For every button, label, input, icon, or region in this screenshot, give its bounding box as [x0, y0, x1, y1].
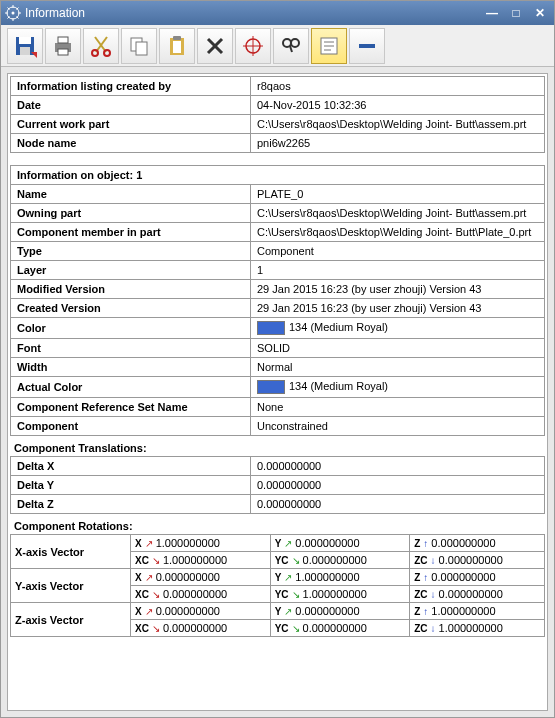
table-row: Created Version29 Jan 2015 16:23 (by use…	[11, 299, 545, 318]
row-label: Delta Z	[11, 495, 251, 514]
cut-button[interactable]	[83, 28, 119, 64]
translations-table: Delta X0.000000000Delta Y0.000000000Delt…	[10, 456, 545, 514]
gear-icon	[5, 5, 21, 21]
vector-cell: XC↘0.000000000	[131, 586, 271, 603]
table-row: Component member in partC:\Users\r8qaos\…	[11, 223, 545, 242]
vector-cell: YC↘0.000000000	[270, 620, 410, 637]
vector-cell: X↗0.000000000	[131, 603, 271, 620]
object-info-table: Information on object: 1NamePLATE_0Ownin…	[10, 165, 545, 436]
table-row: Color134 (Medium Royal)	[11, 318, 545, 339]
row-value: C:\Users\r8qaos\Desktop\Welding Joint- B…	[251, 204, 545, 223]
svg-line-33	[290, 46, 292, 52]
row-value: 29 Jan 2015 16:23 (by user zhouji) Versi…	[251, 280, 545, 299]
row-label: Layer	[11, 261, 251, 280]
table-row: TypeComponent	[11, 242, 545, 261]
row-label: Actual Color	[11, 377, 251, 398]
svg-rect-11	[19, 37, 31, 44]
table-row: Layer1	[11, 261, 545, 280]
svg-rect-12	[20, 47, 30, 55]
titlebar: Information — □ ✕	[1, 1, 554, 25]
row-value: 0.000000000	[251, 457, 545, 476]
row-value: PLATE_0	[251, 185, 545, 204]
rotation-row: X-axis VectorX↗1.000000000Y↗0.000000000Z…	[11, 535, 545, 552]
color-swatch	[257, 321, 285, 335]
rotation-row: Z-axis VectorX↗0.000000000Y↗0.000000000Z…	[11, 603, 545, 620]
rotation-axis-label: X-axis Vector	[11, 535, 131, 569]
vector-cell: ZC↓1.000000000	[410, 620, 545, 637]
svg-rect-16	[58, 49, 68, 55]
vector-cell: Y↗0.000000000	[270, 535, 410, 552]
print-button[interactable]	[45, 28, 81, 64]
line-action-button[interactable]	[349, 28, 385, 64]
information-window: Information — □ ✕	[0, 0, 555, 718]
row-value: pni6w2265	[251, 134, 545, 153]
rotation-row: Y-axis VectorX↗0.000000000Y↗1.000000000Z…	[11, 569, 545, 586]
row-value: C:\Users\r8qaos\Desktop\Welding Joint- B…	[251, 115, 545, 134]
copy-button[interactable]	[121, 28, 157, 64]
row-value: 1	[251, 261, 545, 280]
row-value: Unconstrained	[251, 417, 545, 436]
table-row: Delta X0.000000000	[11, 457, 545, 476]
row-value: 04-Nov-2015 10:32:36	[251, 96, 545, 115]
table-row: Information listing created byr8qaos	[11, 77, 545, 96]
vector-cell: Y↗1.000000000	[270, 569, 410, 586]
save-button[interactable]	[7, 28, 43, 64]
translations-heading: Component Translations:	[10, 436, 545, 456]
row-label: Component Reference Set Name	[11, 398, 251, 417]
row-value: 134 (Medium Royal)	[251, 318, 545, 339]
row-label: Delta X	[11, 457, 251, 476]
row-label: Modified Version	[11, 280, 251, 299]
vector-cell: Y↗0.000000000	[270, 603, 410, 620]
rotation-axis-label: Y-axis Vector	[11, 569, 131, 603]
rotations-heading: Component Rotations:	[10, 514, 545, 534]
target-button[interactable]	[235, 28, 271, 64]
vector-cell: X↗0.000000000	[131, 569, 271, 586]
table-row: Current work partC:\Users\r8qaos\Desktop…	[11, 115, 545, 134]
close-button[interactable]: ✕	[530, 5, 550, 21]
svg-point-32	[291, 39, 299, 47]
maximize-button[interactable]: □	[506, 5, 526, 21]
row-label: Date	[11, 96, 251, 115]
row-value: 0.000000000	[251, 495, 545, 514]
row-value: r8qaos	[251, 77, 545, 96]
vector-cell: ZC↓0.000000000	[410, 552, 545, 569]
paste-button[interactable]	[159, 28, 195, 64]
table-row: FontSOLID	[11, 339, 545, 358]
row-label: Node name	[11, 134, 251, 153]
row-value: 0.000000000	[251, 476, 545, 495]
row-label: Created Version	[11, 299, 251, 318]
row-label: Type	[11, 242, 251, 261]
rotation-axis-label: Z-axis Vector	[11, 603, 131, 637]
table-row: Delta Z0.000000000	[11, 495, 545, 514]
row-value: None	[251, 398, 545, 417]
find-button[interactable]	[273, 28, 309, 64]
header-table: Information listing created byr8qaosDate…	[10, 76, 545, 153]
vector-cell: X↗1.000000000	[131, 535, 271, 552]
vector-cell: Z↑0.000000000	[410, 535, 545, 552]
row-label: Component	[11, 417, 251, 436]
svg-point-1	[12, 12, 15, 15]
minimize-button[interactable]: —	[482, 5, 502, 21]
svg-rect-24	[173, 41, 181, 53]
active-action-button[interactable]	[311, 28, 347, 64]
table-row: Node namepni6w2265	[11, 134, 545, 153]
svg-point-20	[104, 50, 110, 56]
row-value: 29 Jan 2015 16:23 (by user zhouji) Versi…	[251, 299, 545, 318]
vector-cell: Z↑0.000000000	[410, 569, 545, 586]
row-label: Color	[11, 318, 251, 339]
row-label: Current work part	[11, 115, 251, 134]
svg-point-19	[92, 50, 98, 56]
row-value: C:\Users\r8qaos\Desktop\Welding Joint- B…	[251, 223, 545, 242]
table-row: ComponentUnconstrained	[11, 417, 545, 436]
row-value: Normal	[251, 358, 545, 377]
row-value: 134 (Medium Royal)	[251, 377, 545, 398]
svg-rect-22	[136, 42, 147, 55]
row-label: Width	[11, 358, 251, 377]
row-label: Name	[11, 185, 251, 204]
vector-cell: Z↑1.000000000	[410, 603, 545, 620]
delete-button[interactable]	[197, 28, 233, 64]
content-area[interactable]: Information listing created byr8qaosDate…	[7, 73, 548, 711]
row-label: Delta Y	[11, 476, 251, 495]
row-value: Component	[251, 242, 545, 261]
vector-cell: YC↘1.000000000	[270, 586, 410, 603]
